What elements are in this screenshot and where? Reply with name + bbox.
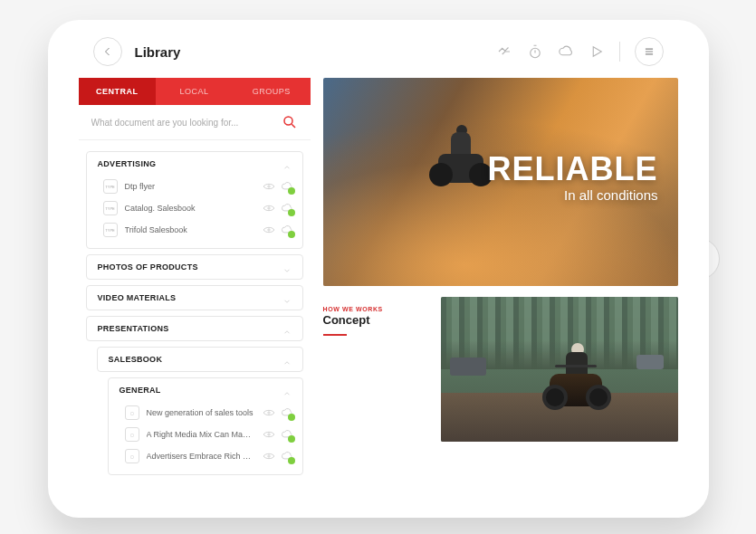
category-header-photos[interactable]: PHOTOS OF PRODUCTS bbox=[87, 255, 302, 279]
atv-graphic bbox=[541, 352, 613, 415]
concept-eyebrow: HOW WE WORKS bbox=[323, 306, 430, 312]
category-list: ADVERTISING TYPE Dtp flyer bbox=[79, 140, 311, 475]
eye-icon[interactable] bbox=[263, 202, 275, 215]
tablet-frame: Library bbox=[48, 20, 709, 518]
eye-icon[interactable] bbox=[263, 224, 275, 236]
eye-icon[interactable] bbox=[263, 450, 275, 462]
hero-vehicle-graphic bbox=[429, 136, 493, 190]
hero-caption: RELIABLE In all conditions bbox=[488, 153, 658, 203]
chevron-up-icon bbox=[282, 324, 292, 333]
category-advertising: ADVERTISING TYPE Dtp flyer bbox=[86, 151, 303, 249]
play-icon[interactable] bbox=[589, 43, 605, 60]
bg-vehicle bbox=[450, 358, 486, 376]
hero-subtitle: In all conditions bbox=[488, 187, 658, 203]
status-badge bbox=[288, 231, 295, 238]
eye-icon[interactable] bbox=[263, 428, 275, 441]
category-salesbook: SALESBOOK bbox=[97, 347, 303, 372]
hero-image[interactable]: RELIABLE In all conditions bbox=[323, 78, 678, 286]
hero-title: RELIABLE bbox=[488, 153, 658, 186]
tab-groups[interactable]: GROUPS bbox=[233, 78, 310, 105]
category-header-advertising[interactable]: ADVERTISING bbox=[87, 152, 302, 176]
doc-label: Catalog. Salesbook bbox=[125, 204, 255, 213]
cloud-download-icon[interactable] bbox=[281, 450, 293, 462]
app-screen: Library bbox=[79, 25, 678, 512]
topbar: Library bbox=[79, 25, 678, 78]
status-badge bbox=[288, 457, 295, 464]
tab-local[interactable]: LOCAL bbox=[156, 78, 233, 105]
category-photos: PHOTOS OF PRODUCTS bbox=[86, 254, 303, 280]
concept-card[interactable]: HOW WE WORKS Concept bbox=[323, 297, 441, 442]
doc-item[interactable]: TYPE Trifold Salesbook bbox=[87, 219, 302, 241]
doc-item[interactable]: ▢ A Right Media Mix Can Make ... bbox=[109, 424, 302, 445]
svg-point-1 bbox=[284, 117, 292, 125]
file-type-icon: TYPE bbox=[103, 223, 118, 237]
page-title: Library bbox=[135, 44, 181, 60]
category-video: VIDEO MATERIALS bbox=[86, 285, 303, 310]
category-header-presentations[interactable]: PRESENTATIONS bbox=[87, 317, 302, 340]
doc-item[interactable]: TYPE Dtp flyer bbox=[87, 176, 302, 197]
doc-label: A Right Media Mix Can Make ... bbox=[147, 430, 255, 439]
source-tabs: CENTRAL LOCAL GROUPS bbox=[79, 78, 311, 105]
accent-divider bbox=[323, 334, 347, 336]
eye-icon[interactable] bbox=[263, 180, 275, 193]
svg-point-4 bbox=[267, 229, 269, 231]
handshake-icon[interactable] bbox=[496, 43, 512, 60]
bg-vehicle bbox=[636, 355, 664, 369]
category-header-general[interactable]: GENERAL bbox=[109, 378, 302, 402]
doc-label: Advertisers Embrace Rich Me... bbox=[147, 452, 255, 461]
status-badge bbox=[288, 209, 295, 216]
secondary-image[interactable] bbox=[441, 297, 678, 442]
secondary-row: HOW WE WORKS Concept bbox=[323, 297, 678, 442]
search-input[interactable] bbox=[91, 118, 282, 128]
cloud-download-icon[interactable] bbox=[281, 224, 293, 236]
file-type-icon: ▢ bbox=[125, 449, 139, 463]
cloud-icon[interactable] bbox=[558, 43, 574, 60]
status-badge bbox=[288, 435, 295, 443]
category-presentations: PRESENTATIONS bbox=[86, 316, 303, 341]
doc-label: Trifold Salesbook bbox=[125, 225, 255, 234]
divider bbox=[619, 42, 620, 62]
status-badge bbox=[288, 414, 295, 421]
cloud-download-icon[interactable] bbox=[281, 428, 293, 441]
category-header-salesbook[interactable]: SALESBOOK bbox=[98, 348, 302, 371]
svg-point-5 bbox=[267, 412, 269, 414]
eye-icon[interactable] bbox=[263, 406, 275, 419]
back-button[interactable] bbox=[93, 37, 122, 66]
chevron-up-icon bbox=[282, 386, 292, 395]
doc-item[interactable]: ▢ New generation of sales tools bbox=[109, 402, 302, 424]
svg-point-3 bbox=[267, 207, 269, 209]
category-header-video[interactable]: VIDEO MATERIALS bbox=[87, 286, 302, 310]
chevron-down-icon bbox=[282, 293, 292, 302]
file-type-icon: ▢ bbox=[125, 427, 139, 442]
file-type-icon: TYPE bbox=[103, 201, 118, 215]
preview-panel: RELIABLE In all conditions HOW WE WORKS … bbox=[311, 78, 678, 512]
svg-point-2 bbox=[267, 186, 269, 187]
doc-item[interactable]: ▢ Advertisers Embrace Rich Me... bbox=[109, 445, 302, 467]
chevron-up-icon bbox=[282, 159, 292, 168]
stopwatch-icon[interactable] bbox=[527, 43, 543, 60]
tab-central[interactable]: CENTRAL bbox=[79, 78, 156, 105]
doc-label: New generation of sales tools bbox=[147, 408, 255, 417]
chevron-down-icon bbox=[282, 262, 292, 272]
arrow-left-icon bbox=[102, 46, 113, 57]
cloud-download-icon[interactable] bbox=[281, 180, 293, 193]
svg-point-7 bbox=[267, 455, 269, 457]
category-general: GENERAL ▢ New generation of sales tools bbox=[108, 377, 303, 475]
doc-label: Dtp flyer bbox=[125, 182, 255, 191]
file-type-icon: ▢ bbox=[125, 405, 139, 420]
sidebar: CENTRAL LOCAL GROUPS ADVERTISING bbox=[79, 78, 311, 512]
concept-title: Concept bbox=[323, 313, 430, 327]
chevron-up-icon bbox=[282, 355, 292, 364]
svg-point-6 bbox=[267, 434, 269, 435]
cloud-download-icon[interactable] bbox=[281, 202, 293, 215]
content-area: CENTRAL LOCAL GROUPS ADVERTISING bbox=[79, 78, 678, 512]
doc-item[interactable]: TYPE Catalog. Salesbook bbox=[87, 197, 302, 219]
menu-button[interactable] bbox=[635, 37, 664, 66]
search-row bbox=[79, 105, 311, 140]
status-badge bbox=[288, 187, 295, 195]
search-icon[interactable] bbox=[282, 114, 298, 130]
cloud-download-icon[interactable] bbox=[281, 406, 293, 419]
file-type-icon: TYPE bbox=[103, 179, 118, 194]
